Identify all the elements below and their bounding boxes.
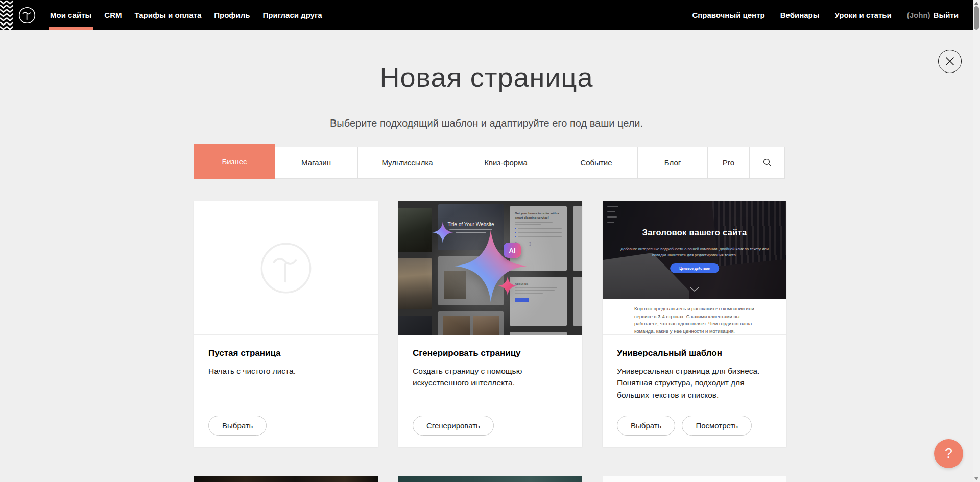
scrollbar-down-icon[interactable] (974, 477, 978, 480)
hero-content: Заголовок вашего сайта Добавьте интересн… (603, 201, 786, 299)
tab-multilink[interactable]: Мультиссылка (358, 147, 457, 179)
card-info: Сгенерировать страницу Создать страницу … (398, 335, 582, 447)
nav-item-help-center[interactable]: Справочный центр (692, 0, 764, 30)
nav-item-my-sites[interactable]: Мои сайты (50, 0, 91, 30)
choose-button[interactable]: Выбрать (617, 416, 675, 436)
collage-photo-tile (398, 316, 432, 335)
nav-item-invite-friend[interactable]: Пригласи друга (262, 0, 322, 30)
tab-search[interactable] (750, 147, 785, 179)
sparkle-icon (432, 222, 453, 243)
tab-blog[interactable]: Блог (638, 147, 708, 179)
ai-preview-collage: Title of Your Website Get your house in … (398, 201, 582, 335)
card-description: Универсальная страница для бизнеса. Поня… (617, 365, 770, 401)
template-category-tabs: Бизнес Магазин Мультиссылка Квиз-форма С… (194, 144, 785, 179)
template-card-partial[interactable] (398, 476, 582, 482)
sparkle-icon (498, 276, 517, 296)
scrollbar[interactable] (973, 0, 980, 482)
tilda-logo[interactable] (18, 0, 36, 30)
collage-tile (573, 206, 582, 271)
choose-button[interactable]: Выбрать (208, 416, 267, 436)
generate-button[interactable]: Сгенерировать (413, 416, 494, 436)
collage-tile (573, 277, 582, 326)
tilda-watermark-icon (259, 241, 313, 295)
nav-item-profile[interactable]: Профиль (214, 0, 250, 30)
nav-item-webinars[interactable]: Вебинары (780, 0, 820, 30)
template-card-partial[interactable] (603, 476, 786, 482)
help-icon: ? (945, 446, 952, 462)
page-subtitle: Выберите подходящий шаблон и адаптируйте… (0, 117, 973, 129)
nav-item-crm[interactable]: CRM (104, 0, 122, 30)
blank-page-preview (194, 201, 378, 335)
scrollbar-up-icon[interactable] (974, 2, 978, 5)
page-title: Новая страница (0, 61, 973, 93)
card-blank-page[interactable]: Пустая страница Начать с чистого листа. … (194, 201, 378, 447)
template-card-grid: Пустая страница Начать с чистого листа. … (194, 201, 786, 447)
tab-pro[interactable]: Pro (708, 147, 750, 179)
next-template-row (194, 476, 786, 482)
template-hero: Заголовок вашего сайта Добавьте интересн… (603, 201, 786, 299)
card-title: Универсальный шаблон (617, 348, 772, 358)
card-info: Универсальный шаблон Универсальная стран… (603, 335, 786, 447)
top-navbar: Мои сайты CRM Тарифы и оплата Профиль Пр… (0, 0, 973, 30)
help-button[interactable]: ? (934, 439, 963, 468)
card-title: Сгенерировать страницу (413, 348, 568, 358)
ai-badge: AI (504, 243, 521, 258)
user-name: (John) (907, 11, 930, 19)
template-body-text: Коротко представьтесь и расскажите о ком… (634, 305, 755, 334)
tab-store[interactable]: Магазин (275, 147, 358, 179)
template-body-section: Коротко представьтесь и расскажите о ком… (603, 299, 786, 335)
hero-subtitle: Добавьте интересные подробности о вашей … (615, 246, 774, 258)
tab-event[interactable]: Событие (555, 147, 638, 179)
card-description: Начать с чистого листа. (208, 365, 362, 377)
template-card-partial[interactable] (194, 476, 378, 482)
card-info: Пустая страница Начать с чистого листа. … (194, 335, 378, 447)
hero-cta-button: Целевое действие (670, 263, 719, 273)
navbar-menu: Мои сайты CRM Тарифы и оплата Профиль Пр… (50, 0, 322, 30)
card-title: Пустая страница (208, 348, 364, 358)
tilda-logo-icon (18, 7, 36, 24)
template-preview: Заголовок вашего сайта Добавьте интересн… (603, 201, 786, 335)
chevron-down-icon (690, 287, 699, 292)
hero-title: Заголовок вашего сайта (603, 228, 786, 237)
navbar-secondary-menu: Справочный центр Вебинары Уроки и статьи… (692, 0, 959, 30)
nav-item-lessons[interactable]: Уроки и статьи (835, 0, 892, 30)
nav-item-pricing[interactable]: Тарифы и оплата (134, 0, 201, 30)
card-description: Создать страницу с помощью искусственног… (413, 365, 566, 389)
view-button[interactable]: Посмотреть (682, 416, 752, 436)
zigzag-pattern-icon (0, 0, 13, 30)
tab-business[interactable]: Бизнес (194, 144, 275, 179)
search-icon (763, 158, 772, 167)
card-universal-template[interactable]: Заголовок вашего сайта Добавьте интересн… (603, 201, 786, 447)
scrollbar-thumb[interactable] (974, 6, 979, 30)
tab-quiz-form[interactable]: Квиз-форма (457, 147, 555, 179)
logout-link[interactable]: Выйти (934, 11, 959, 19)
user-session: (John) Выйти (907, 0, 959, 30)
card-ai-generate[interactable]: Title of Your Website Get your house in … (398, 201, 582, 447)
